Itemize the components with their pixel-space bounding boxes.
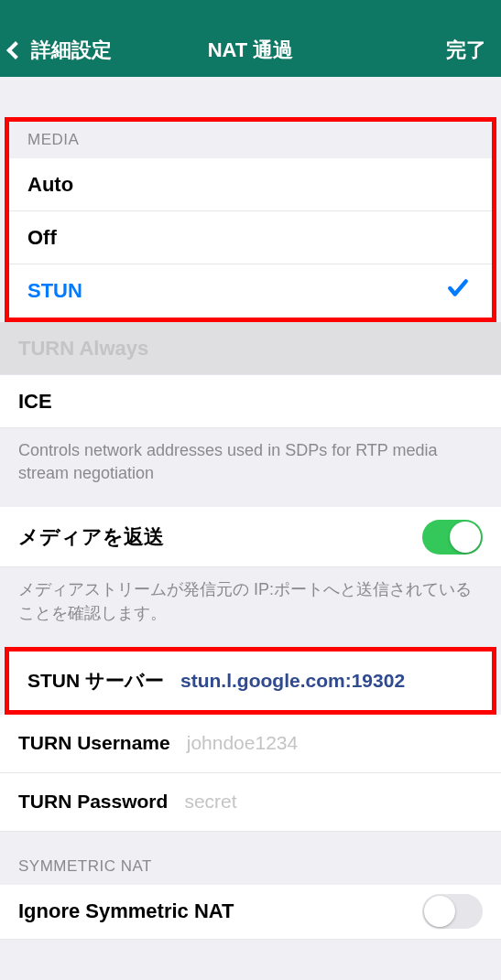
option-label: Auto (27, 173, 73, 197)
turn-password-placeholder: secret (184, 791, 236, 813)
option-label: STUN (27, 279, 82, 303)
option-label: Off (27, 226, 57, 250)
stun-server-value: stun.l.google.com:19302 (180, 670, 405, 692)
done-button[interactable]: 完了 (446, 37, 486, 64)
reflect-media-row: メディアを返送 (0, 507, 501, 567)
ignore-symmetric-nat-row: Ignore Symmetric NAT (0, 885, 501, 940)
navigation-bar: 詳細設定 NAT 通過 完了 (0, 0, 501, 77)
media-option-off[interactable]: Off (9, 211, 492, 264)
reflect-footer: メディアストリームが発信元の IP:ポートへと送信されていることを確認します。 (0, 567, 501, 646)
turn-password-label: TURN Password (18, 791, 168, 813)
chevron-left-icon (6, 41, 25, 59)
checkmark-icon (446, 276, 470, 306)
stun-server-highlight-box: STUN サーバー stun.l.google.com:19302 (5, 647, 496, 715)
media-highlight-box: MEDIA Auto Off STUN (5, 117, 496, 322)
turn-password-row[interactable]: TURN Password secret (0, 773, 501, 832)
option-label: ICE (18, 390, 52, 414)
symmetric-nat-header: SYMMETRIC NAT (0, 832, 501, 885)
media-section-header: MEDIA (9, 122, 492, 158)
stun-server-label: STUN サーバー (27, 668, 164, 694)
turn-username-row[interactable]: TURN Username johndoe1234 (0, 715, 501, 773)
media-option-stun[interactable]: STUN (9, 264, 492, 318)
reflect-media-toggle[interactable] (422, 520, 483, 555)
turn-username-placeholder: johndoe1234 (187, 732, 298, 754)
media-footer: Controls network addresses used in SDPs … (0, 428, 501, 507)
option-label: TURN Always (18, 337, 148, 361)
toggle-knob (450, 522, 481, 553)
turn-username-label: TURN Username (18, 732, 170, 754)
stun-server-row[interactable]: STUN サーバー stun.l.google.com:19302 (9, 652, 492, 710)
back-button[interactable]: 詳細設定 (0, 37, 112, 64)
media-option-auto[interactable]: Auto (9, 158, 492, 211)
ignore-symmetric-label: Ignore Symmetric NAT (18, 899, 234, 923)
toggle-knob (424, 896, 455, 927)
reflect-media-label: メディアを返送 (18, 523, 164, 551)
back-label: 詳細設定 (31, 37, 112, 64)
media-option-ice[interactable]: ICE (0, 375, 501, 428)
ignore-symmetric-toggle[interactable] (422, 894, 483, 929)
media-option-turn-always: TURN Always (0, 322, 501, 375)
